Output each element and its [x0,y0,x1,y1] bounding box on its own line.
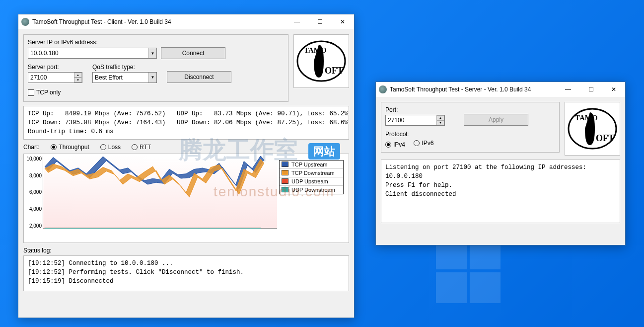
protocol-ipv4[interactable]: IPv4 [385,141,405,148]
maximize-button[interactable]: ☐ [308,14,331,29]
client-titlebar[interactable]: TamoSoft Throughput Test - Client - Ver.… [18,14,354,29]
tamosoft-logo: TAMO OFT [565,102,620,156]
port-input[interactable] [385,115,445,126]
status-log[interactable]: [19:12:52] Connecting to 10.0.0.180 ... … [23,255,349,291]
client-title: TamoSoft Throughput Test - Client - Ver.… [32,18,286,25]
app-icon [379,85,387,93]
server-title: TamoSoft Throughput Test - Server - Ver.… [390,86,557,93]
port-up-button[interactable]: ▲ [74,73,82,78]
throughput-chart: 10,000 8,000 6,000 4,000 2,000 TCP Upstr… [23,154,349,243]
port-label: Port: [385,106,398,113]
chart-legend: TCP Upstream TCP Downstream UDP Upstream… [279,160,344,194]
svg-text:TAMO: TAMO [304,46,327,54]
qos-select[interactable] [92,72,157,83]
radio-icon [132,144,138,150]
radio-icon [51,144,57,150]
chart-mode-rtt[interactable]: RTT [132,144,151,151]
svg-text:TAMO: TAMO [575,114,598,122]
maximize-button[interactable]: ☐ [579,82,602,97]
checkbox-icon [28,89,34,96]
minimize-button[interactable]: — [286,14,308,29]
server-window: TamoSoft Throughput Test - Server - Ver.… [375,82,626,245]
close-button[interactable]: ✕ [602,82,625,97]
chart-mode-throughput[interactable]: Throughput [51,144,89,151]
svg-marker-4 [45,160,264,197]
chart-label: Chart: [23,144,40,151]
stats-display: TCP Up: 8499.19 Mbps (Ave: 7576.52) UDP … [23,106,349,140]
svg-text:OFT: OFT [596,133,614,143]
radio-icon [385,142,391,148]
port-up-button[interactable]: ▲ [436,115,444,120]
client-window: TamoSoft Throughput Test - Client - Ver.… [18,14,355,318]
close-button[interactable]: ✕ [331,14,354,29]
qos-label: QoS traffic type: [92,64,135,71]
port-down-button[interactable]: ▼ [436,120,444,125]
radio-icon [100,144,106,150]
chart-mode-loss[interactable]: Loss [100,144,121,151]
svg-text:OFT: OFT [325,66,343,76]
server-port-label: Server port: [28,64,59,71]
server-log[interactable]: Listening on port 27100 at the following… [381,160,620,223]
svg-marker-6 [45,228,264,229]
status-log-label: Status log: [23,247,52,254]
chart-y-axis: 10,000 8,000 6,000 4,000 2,000 [26,156,42,229]
radio-icon [414,140,420,146]
server-ip-dropdown[interactable]: ▼ [148,48,156,58]
app-icon [21,18,29,26]
tamosoft-logo: TAMO OFT [293,34,349,88]
tcp-only-label: TCP only [36,89,61,96]
minimize-button[interactable]: — [557,82,579,97]
desktop-windows-logo [436,239,501,303]
server-ip-label: Server IP or IPv6 address: [28,39,98,46]
server-titlebar[interactable]: TamoSoft Throughput Test - Server - Ver.… [376,82,625,97]
protocol-label: Protocol: [385,131,409,138]
apply-button[interactable]: Apply [464,114,528,126]
qos-dropdown[interactable]: ▼ [148,73,156,82]
server-ip-input[interactable] [28,48,157,59]
tcp-only-checkbox[interactable]: TCP only [28,89,61,96]
port-down-button[interactable]: ▼ [74,78,82,82]
connect-button[interactable]: Connect [161,47,225,59]
protocol-ipv6[interactable]: IPv6 [414,140,433,147]
disconnect-button[interactable]: Disconnect [167,71,231,83]
